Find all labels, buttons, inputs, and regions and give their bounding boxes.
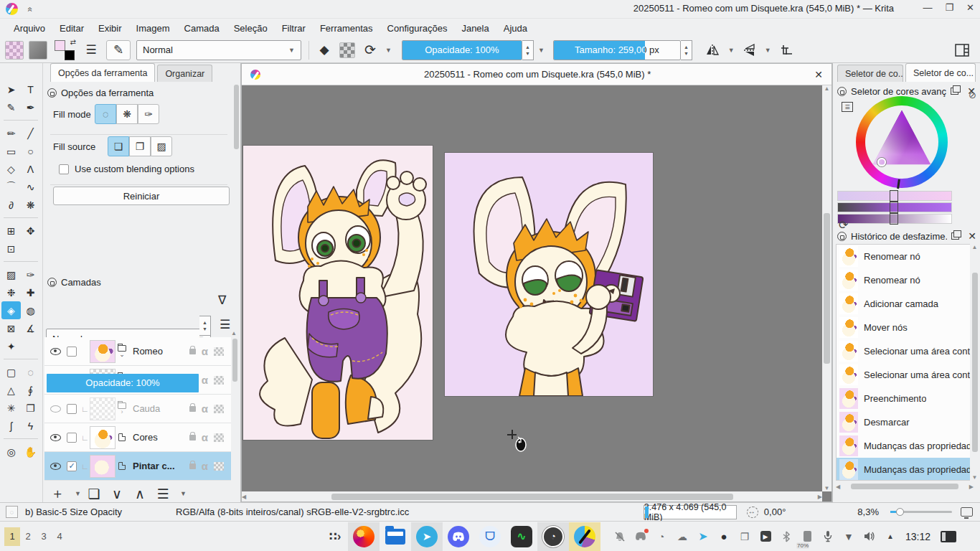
- menu-filtrar[interactable]: Filtrar: [275, 21, 312, 36]
- color-wheel[interactable]: [856, 96, 948, 188]
- tab-color-selector-1[interactable]: Seletor de co...: [837, 65, 903, 82]
- tool-edit-shapes[interactable]: ✎: [1, 98, 21, 116]
- tool-options-scrollbar[interactable]: [234, 85, 239, 149]
- move-layer-up-button[interactable]: ∧: [130, 484, 150, 504]
- menu-selecao[interactable]: Seleção: [227, 21, 274, 36]
- canvas[interactable]: [242, 85, 822, 491]
- alpha-lock-icon[interactable]: α: [202, 431, 208, 443]
- tool-select-rectangular[interactable]: ▢: [1, 363, 21, 381]
- app-launcher-icon[interactable]: ∷›: [322, 522, 348, 551]
- undo-item[interactable]: Desmarcar: [837, 410, 973, 434]
- tab-color-selector-2[interactable]: Seletor de co...: [905, 63, 976, 82]
- layer-lock-icon[interactable]: [189, 463, 196, 469]
- menu-ferramentas[interactable]: Ferramentas: [314, 21, 380, 36]
- layer-options-icon[interactable]: ☰: [220, 317, 230, 332]
- dock-lock-icon[interactable]: [47, 88, 57, 98]
- file-manager-icon[interactable]: [380, 522, 411, 551]
- tool-polyline[interactable]: Λ: [21, 160, 40, 178]
- undo-item[interactable]: Mover nós: [837, 316, 973, 339]
- layer-row-pintar[interactable]: ✓ ∟ Pintar c... α: [44, 452, 231, 481]
- recording-tray-icon[interactable]: ●: [717, 530, 730, 543]
- discord-tray-icon[interactable]: [634, 530, 647, 543]
- desktop-2[interactable]: 2: [20, 527, 36, 546]
- expand-chevron-icon[interactable]: ⌄: [119, 352, 125, 357]
- tool-ellipse[interactable]: ○: [21, 142, 40, 160]
- menu-ajuda[interactable]: Ajuda: [497, 21, 534, 36]
- layer-checkbox[interactable]: ✓: [67, 461, 77, 471]
- layer-lock-icon[interactable]: [189, 435, 196, 441]
- add-layer-dropdown[interactable]: ▼: [75, 490, 81, 497]
- tool-polygon[interactable]: ◇: [1, 160, 21, 178]
- brush-editor-button[interactable]: ✎: [106, 40, 131, 60]
- menu-janela[interactable]: Janela: [455, 21, 495, 36]
- properties-dropdown[interactable]: ▼: [180, 490, 187, 497]
- close-button[interactable]: ✕: [966, 2, 974, 13]
- opacity-dropdown-arrow[interactable]: ▼: [538, 47, 545, 54]
- fill-mode-similar-button[interactable]: ❋: [116, 104, 138, 124]
- obs-tray-icon[interactable]: ◔: [655, 530, 668, 543]
- tool-select-magnetic[interactable]: ϟ: [21, 417, 40, 435]
- reset-button[interactable]: Reiniciar: [53, 187, 230, 205]
- tool-crop[interactable]: ⊡: [1, 240, 21, 258]
- tool-measure[interactable]: ∡: [21, 319, 40, 337]
- reload-dropdown-arrow[interactable]: ▼: [385, 47, 392, 54]
- layer-list-scrollbar[interactable]: [232, 339, 237, 382]
- zoom-slider[interactable]: [890, 511, 952, 513]
- restore-button[interactable]: ❐: [945, 2, 953, 13]
- brush-preset-chip[interactable]: ◌: [6, 506, 18, 518]
- panel-settings-icon[interactable]: [941, 531, 956, 542]
- menu-imagem[interactable]: Imagem: [130, 21, 176, 36]
- tool-transform[interactable]: ⊞: [1, 222, 21, 240]
- visibility-eye-icon[interactable]: [50, 463, 61, 470]
- pattern-chooser[interactable]: [5, 41, 24, 60]
- undo-item[interactable]: Renomear nó: [837, 245, 973, 268]
- duplicate-layer-button[interactable]: ❏: [84, 484, 104, 504]
- gradient-slider-3[interactable]: [837, 214, 952, 224]
- tool-line[interactable]: ╱: [21, 124, 40, 142]
- tool-select-contiguous[interactable]: ✳: [1, 399, 21, 417]
- game-app-icon[interactable]: ᗜ: [474, 522, 506, 551]
- fill-source-pattern-button[interactable]: ▨: [151, 136, 172, 156]
- inherit-alpha-icon[interactable]: [214, 405, 224, 413]
- tool-move[interactable]: ✥: [21, 222, 40, 240]
- tab-organizar[interactable]: Organizar: [157, 65, 212, 82]
- undo-item[interactable]: Selecionar uma área contígua: [837, 363, 973, 387]
- layer-thumbnail[interactable]: [90, 340, 116, 363]
- notifications-muted-icon[interactable]: [613, 530, 626, 543]
- alpha-lock-icon[interactable]: α: [202, 460, 208, 472]
- layer-row-romeo[interactable]: ⌄ Romeo α: [44, 337, 231, 366]
- add-layer-button[interactable]: ＋: [47, 484, 67, 504]
- firefox-icon[interactable]: [348, 522, 380, 551]
- color-settings-icon[interactable]: ☰: [842, 102, 853, 112]
- undo-horizontal-scrollbar[interactable]: ◀▶: [836, 481, 974, 491]
- opacity-spinner[interactable]: ▲▼: [522, 40, 534, 60]
- move-layer-down-button[interactable]: ∨: [107, 484, 127, 504]
- alpha-lock-icon[interactable]: α: [202, 402, 208, 415]
- tray-expand-arrow[interactable]: ▲: [884, 530, 897, 543]
- tool-pan[interactable]: ✋: [21, 443, 40, 461]
- layer-thumbnail[interactable]: [90, 455, 116, 478]
- fg-bg-colors[interactable]: ⇄: [55, 40, 76, 60]
- canvas-rotation-icon[interactable]: [747, 507, 758, 518]
- tool-calligraphy[interactable]: ✒: [21, 98, 40, 116]
- brush-presets-icon[interactable]: ☰: [80, 40, 102, 60]
- workspace-chooser-icon[interactable]: [951, 40, 973, 60]
- menu-configuracoes[interactable]: Configurações: [381, 21, 454, 36]
- tool-fill[interactable]: ◈: [1, 301, 21, 319]
- menu-arquivo[interactable]: Arquivo: [7, 21, 52, 36]
- visibility-eye-icon[interactable]: [50, 405, 61, 413]
- canvas-horizontal-scrollbar[interactable]: ◀▶: [242, 491, 822, 501]
- float-panel-icon[interactable]: [951, 88, 958, 95]
- cloud-tray-icon[interactable]: ☁: [676, 530, 689, 543]
- tool-zoom[interactable]: ◎: [1, 443, 21, 461]
- mirror-v-dropdown[interactable]: ▼: [765, 47, 771, 54]
- tool-gradient[interactable]: ▨: [1, 265, 21, 283]
- custom-blending-checkbox[interactable]: [59, 164, 69, 174]
- fill-source-fg-button[interactable]: ❏: [108, 136, 129, 156]
- bluetooth-tray-icon[interactable]: [780, 530, 793, 543]
- alpha-lock-icon[interactable]: α: [202, 374, 208, 386]
- background-color[interactable]: [65, 50, 75, 60]
- telegram-tray-icon[interactable]: ➤: [697, 530, 710, 543]
- undo-float-icon[interactable]: [951, 232, 959, 240]
- menu-editar[interactable]: Editar: [53, 21, 90, 36]
